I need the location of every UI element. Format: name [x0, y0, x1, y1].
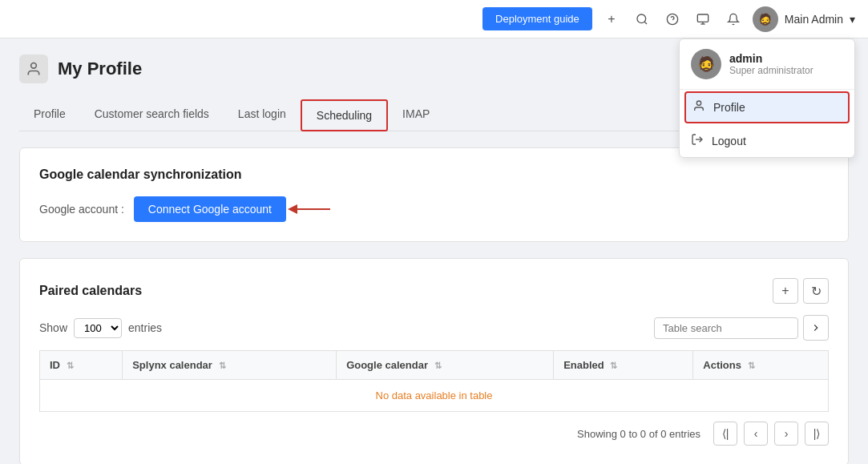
svg-rect-4 [697, 14, 708, 22]
calendars-table: ID ⇅ Splynx calendar ⇅ Google calendar ⇅… [39, 350, 829, 412]
pagination-info: Showing 0 to 0 of 0 entries [577, 428, 700, 440]
user-menu[interactable]: 🧔 Main Admin ▾ [753, 6, 855, 32]
plus-icon[interactable]: + [602, 10, 621, 29]
search-icon[interactable] [632, 10, 652, 29]
entries-select[interactable]: 100 25 50 [74, 318, 122, 338]
help-icon[interactable] [663, 10, 682, 29]
col-enabled[interactable]: Enabled ⇅ [554, 351, 693, 380]
page-title: My Profile [58, 59, 142, 79]
table-row-no-data: No data available in table [40, 380, 829, 412]
dropdown-avatar: 🧔 [691, 49, 721, 79]
connect-google-button[interactable]: Connect Google account [134, 196, 286, 222]
dropdown-profile-item[interactable]: Profile [684, 91, 850, 123]
sort-enabled-icon: ⇅ [610, 361, 617, 370]
svg-point-0 [637, 14, 646, 23]
google-sync-title: Google calendar synchronization [39, 167, 829, 182]
logout-icon [691, 133, 704, 149]
google-sync-card: Google calendar synchronization Google a… [19, 147, 849, 242]
entries-label: entries [128, 321, 162, 334]
connect-button-container: Connect Google account [134, 196, 286, 222]
sort-actions-icon: ⇅ [748, 361, 755, 370]
profile-label: Profile [713, 101, 745, 114]
col-actions[interactable]: Actions ⇅ [693, 351, 829, 380]
svg-line-1 [644, 22, 647, 24]
page-last-button[interactable]: |⟩ [805, 422, 829, 446]
svg-point-7 [696, 101, 700, 105]
monitor-icon[interactable] [693, 10, 713, 29]
dropdown-header: 🧔 admin Super administrator [680, 39, 854, 90]
google-account-row: Google account : Connect Google account [39, 196, 829, 222]
profile-icon [692, 99, 705, 115]
chevron-down-icon: ▾ [850, 13, 855, 26]
table-search-input[interactable] [654, 317, 798, 339]
no-data-cell: No data available in table [40, 380, 829, 412]
svg-point-9 [31, 63, 37, 69]
tab-profile[interactable]: Profile [19, 99, 80, 131]
nav-icons: + [602, 10, 743, 29]
deploy-button[interactable]: Deployment guide [482, 7, 592, 30]
search-box [654, 315, 829, 341]
page-first-button[interactable]: ⟨| [713, 422, 737, 446]
col-id[interactable]: ID ⇅ [40, 351, 123, 380]
arrow-annotation [286, 197, 334, 221]
table-controls: Show 100 25 50 entries [39, 315, 829, 341]
refresh-calendar-button[interactable]: ↻ [803, 278, 829, 304]
logout-label: Logout [712, 135, 746, 147]
sort-id-icon: ⇅ [67, 361, 74, 370]
tab-imap[interactable]: IMAP [388, 99, 444, 131]
dropdown-admin-name: admin [729, 52, 813, 65]
user-avatar-small: 🧔 [753, 6, 778, 32]
page-next-button[interactable]: › [774, 422, 798, 446]
page-prev-button[interactable]: ‹ [744, 422, 768, 446]
table-header-row: ID ⇅ Splynx calendar ⇅ Google calendar ⇅… [40, 351, 829, 380]
paired-calendars-header: Paired calendars + ↻ [39, 278, 829, 304]
search-submit-button[interactable] [803, 315, 829, 341]
add-calendar-button[interactable]: + [773, 278, 798, 304]
user-name: Main Admin [785, 13, 843, 26]
dropdown-user-info: admin Super administrator [729, 52, 813, 76]
navbar: Deployment guide + 🧔 Main Admin ▾ 🧔 admi… [0, 0, 868, 38]
dropdown-logout-item[interactable]: Logout [680, 125, 854, 157]
col-google-calendar[interactable]: Google calendar ⇅ [337, 351, 554, 380]
bell-icon[interactable] [724, 10, 743, 29]
tab-customer-search-fields[interactable]: Customer search fields [80, 99, 224, 131]
google-account-label: Google account : [39, 203, 124, 216]
user-dropdown: 🧔 admin Super administrator Profile Logo… [679, 38, 855, 158]
sort-google-icon: ⇅ [434, 361, 442, 370]
show-entries: Show 100 25 50 entries [39, 318, 162, 338]
paired-calendars-title: Paired calendars [39, 284, 142, 298]
pagination: Showing 0 to 0 of 0 entries ⟨| ‹ › |⟩ [39, 422, 829, 446]
tab-scheduling[interactable]: Scheduling [301, 99, 388, 131]
dropdown-user-role: Super administrator [729, 65, 813, 76]
show-label: Show [39, 321, 67, 334]
sort-splynx-icon: ⇅ [219, 361, 226, 370]
page-header-icon [19, 54, 48, 83]
tab-last-login[interactable]: Last login [224, 99, 301, 131]
col-splynx-calendar[interactable]: Splynx calendar ⇅ [123, 351, 337, 380]
section-actions: + ↻ [773, 278, 829, 304]
paired-calendars-card: Paired calendars + ↻ Show 100 25 50 entr… [19, 258, 849, 464]
